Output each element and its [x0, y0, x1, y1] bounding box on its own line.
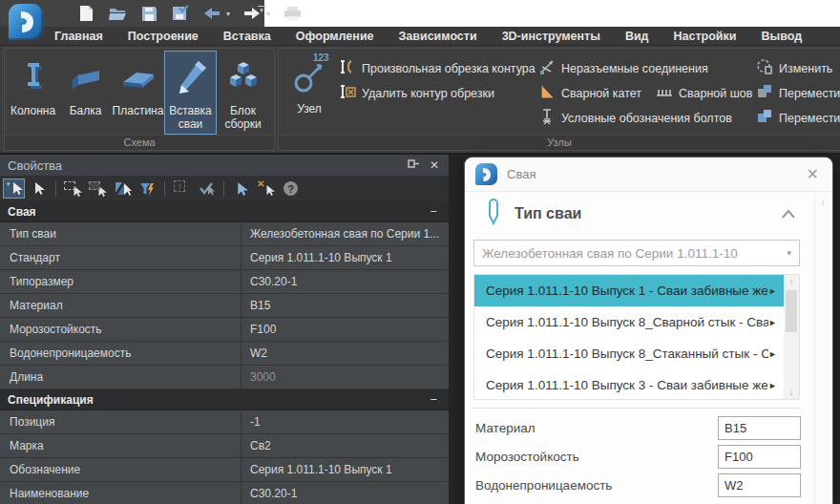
tab-nastroyki[interactable]: Настройки	[674, 30, 737, 43]
tab-zavisimosti[interactable]: Зависимости	[399, 30, 477, 43]
tab-postroenie[interactable]: Построение	[128, 30, 199, 43]
node-icon	[293, 62, 326, 98]
dialog-close-icon[interactable]: ✕	[807, 165, 819, 183]
property-row[interactable]: ТипоразмерС30.20-1	[0, 270, 449, 294]
property-value[interactable]: W2	[242, 342, 449, 365]
property-row[interactable]: Позиция-1	[0, 410, 449, 434]
move-button-1[interactable]: Переместить	[756, 84, 840, 103]
redo-dropdown-icon[interactable]: ▾	[266, 10, 270, 18]
property-row[interactable]: МорозостойкостьF100	[0, 318, 449, 342]
collapse-icon[interactable]: −	[430, 204, 437, 219]
property-row[interactable]: Длина3000	[0, 366, 449, 389]
water-resistance-input[interactable]	[718, 473, 801, 497]
pile-type-section-title: Тип сваи	[514, 205, 782, 222]
node-tool-button[interactable]: 123 Узел	[284, 52, 334, 133]
arbitrary-contour-trim-button[interactable]: Произвольная обрезка контура	[339, 59, 536, 78]
property-row[interactable]: СтандартСерия 1.011.1-10 Выпуск 1	[0, 246, 449, 270]
help-icon[interactable]: ?	[280, 178, 302, 199]
collapse-icon[interactable]: −	[430, 392, 437, 407]
select-tool[interactable]	[28, 178, 50, 199]
pin-panel-icon[interactable]	[408, 157, 420, 174]
property-row[interactable]: Тип сваиЖелезобетонная свая по Серии 1..…	[0, 222, 449, 246]
invert-select-tool[interactable]	[112, 178, 134, 199]
insert-pile-tool-label: Вставка сваи	[165, 104, 216, 131]
quick-access-toolbar: ▾ ▾	[76, 3, 302, 24]
crossing-select-tool[interactable]	[87, 178, 109, 199]
tab-oformlenie[interactable]: Оформление	[296, 30, 374, 43]
tab-vstavka[interactable]: Вставка	[223, 30, 271, 43]
property-row[interactable]: ВодонепроницаемостьW2	[0, 342, 449, 366]
column-tool-button[interactable]: Колонна	[7, 51, 59, 135]
scrollbar-thumb[interactable]	[786, 290, 797, 332]
new-file-icon[interactable]	[76, 4, 95, 23]
tab-vyvod[interactable]: Вывод	[762, 30, 803, 43]
chevron-up-icon[interactable]	[782, 205, 795, 222]
property-value[interactable]: С30.20-1	[242, 482, 449, 504]
weld-seam-button[interactable]: Сварной шов	[656, 84, 752, 103]
tab-3d-instrumenty[interactable]: 3D-инструменты	[502, 30, 600, 43]
pile-type-section-header[interactable]: Тип сваи	[465, 200, 808, 228]
property-row[interactable]: ОбозначениеСерия 1.011.1-10 Выпуск 1	[0, 458, 449, 482]
dialog-title-bar[interactable]: Свая ✕	[465, 158, 832, 192]
property-value[interactable]: Серия 1.011.1-10 Выпуск 1	[242, 458, 449, 481]
bolt-symbols-button[interactable]: Условные обозначения болтов	[538, 109, 732, 128]
assembly-block-tool-button[interactable]: Блок сборки	[217, 51, 269, 135]
pile-type-combobox[interactable]: Железобетонная свая по Серии 1.011.1-10 …	[473, 240, 800, 266]
dialog-app-icon	[475, 163, 497, 185]
frost-resistance-input[interactable]	[718, 445, 801, 469]
property-value[interactable]: Железобетонная свая по Серии 1...	[242, 222, 449, 245]
material-input[interactable]	[718, 416, 801, 440]
property-value[interactable]: B15	[242, 294, 449, 317]
open-file-icon[interactable]	[108, 4, 127, 23]
contour-trim-label: Произвольная обрезка контура	[362, 62, 536, 75]
beam-tool-button[interactable]: Балка	[59, 51, 112, 135]
weld-seam-icon	[656, 85, 673, 102]
property-value[interactable]: С30.20-1	[242, 270, 449, 293]
select-add-tool[interactable]: +	[3, 178, 25, 199]
section-header-specifikaciya[interactable]: Спецификация −	[0, 389, 449, 410]
close-panel-icon[interactable]: ✕	[430, 158, 439, 172]
plate-tool-button[interactable]: Пластина	[112, 51, 164, 135]
weld-leg-button[interactable]: Сварной катет	[538, 84, 641, 103]
property-row[interactable]: НаименованиеС30.20-1	[0, 482, 449, 504]
permanent-joints-button[interactable]: Неразъемные соединения	[538, 59, 708, 78]
confirm-tool[interactable]	[196, 178, 218, 199]
undo-icon[interactable]	[202, 4, 221, 23]
tab-vid[interactable]: Вид	[625, 30, 649, 43]
list-item[interactable]: Серия 1.011.1-10 Выпуск 8_Стаканный стык…	[474, 338, 785, 369]
scroll-up-icon[interactable]: ↑	[815, 198, 830, 208]
property-value[interactable]: -1	[242, 410, 449, 433]
section-header-svaya[interactable]: Свая −	[0, 201, 449, 222]
property-value[interactable]: Серия 1.011.1-10 Выпуск 1	[242, 246, 449, 269]
list-item[interactable]: Серия 1.011.1-10 Выпуск 1 - Сваи забивны…	[474, 275, 785, 306]
pick-select-tool[interactable]	[230, 178, 252, 199]
property-label: Морозостойкость	[0, 318, 242, 341]
scroll-down-icon[interactable]: ↓	[784, 387, 799, 397]
redo-icon[interactable]	[242, 4, 262, 23]
list-item[interactable]: Серия 1.011.1-10 Выпуск 3 - Сваи забивны…	[474, 369, 785, 401]
list-item[interactable]: Серия 1.011.1-10 Выпуск 8_Сварной стык -…	[474, 306, 785, 338]
deselect-tool[interactable]: ✕	[255, 178, 277, 199]
undo-dropdown-icon[interactable]: ▾	[226, 10, 230, 18]
isolate-tool[interactable]: ↑	[171, 178, 193, 199]
edit-button[interactable]: Изменить	[756, 59, 832, 78]
save-icon[interactable]	[139, 4, 158, 23]
property-row[interactable]: МатериалB15	[0, 294, 449, 318]
insert-pile-tool-button[interactable]: Вставка сваи	[164, 51, 217, 135]
property-value[interactable]: F100	[242, 318, 449, 341]
property-value[interactable]: Св2	[242, 434, 449, 457]
form-divider	[473, 408, 800, 409]
dialog-scrollbar[interactable]: ↑	[814, 195, 830, 504]
tab-glavnaya[interactable]: Главная	[54, 30, 103, 43]
list-scrollbar[interactable]: ↑ ↓	[784, 275, 799, 399]
scroll-up-icon[interactable]: ↑	[784, 277, 799, 287]
window-select-tool[interactable]	[62, 178, 84, 199]
property-label: Типоразмер	[0, 270, 242, 293]
delete-contour-trim-button[interactable]: Удалить контур обрезки	[339, 84, 494, 103]
quick-filter-tool[interactable]	[136, 178, 158, 199]
move-button-2[interactable]: Переместить	[756, 109, 840, 128]
material-field-row: Материал	[465, 415, 808, 440]
save-all-icon[interactable]	[171, 4, 190, 23]
property-row[interactable]: МаркаСв2	[0, 434, 449, 458]
print-icon[interactable]	[283, 4, 302, 23]
